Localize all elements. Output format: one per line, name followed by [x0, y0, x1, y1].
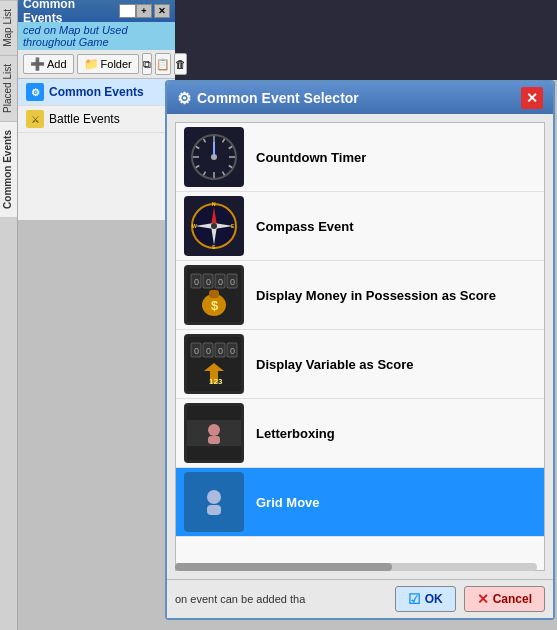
selector-dialog: ⚙ Common Event Selector ✕: [165, 80, 555, 620]
battle-events-tab-icon: ⚔: [26, 110, 44, 128]
folder-button[interactable]: 📁 Folder: [77, 54, 139, 74]
tab-common-events[interactable]: ⚙ Common Events: [18, 79, 175, 106]
vtab-placed-list[interactable]: Placed List: [0, 55, 17, 121]
selector-title-label: Common Event Selector: [197, 90, 359, 106]
tab-battle-events-label: Battle Events: [49, 112, 120, 126]
svg-point-54: [208, 424, 220, 436]
list-item-money[interactable]: 0 0 0 0 $ Display Money in Possession as…: [176, 261, 544, 330]
svg-text:0: 0: [218, 346, 223, 356]
svg-text:0: 0: [218, 277, 223, 287]
countdown-icon: [184, 127, 244, 187]
svg-rect-53: [187, 446, 241, 460]
svg-point-57: [207, 490, 221, 504]
title-bar-buttons: + ✕: [136, 4, 170, 18]
add-label: Add: [47, 58, 67, 70]
window-title: Common Events: [23, 0, 115, 25]
svg-text:$: $: [211, 298, 219, 313]
selector-close-button[interactable]: ✕: [521, 87, 543, 109]
svg-text:0: 0: [230, 346, 235, 356]
vtab-common-events[interactable]: Common Events: [0, 121, 17, 217]
ok-button[interactable]: ☑ OK: [395, 586, 456, 612]
list-item-variable[interactable]: 0 0 0 0 123 Display Variable as Score: [176, 330, 544, 399]
window-title-bar: Common Events + ✕: [18, 0, 175, 22]
selector-title-icon: ⚙: [177, 89, 191, 108]
svg-rect-52: [187, 406, 241, 420]
list-item-compass[interactable]: N S E W Compass Event: [176, 192, 544, 261]
svg-text:0: 0: [230, 277, 235, 287]
selector-list[interactable]: Countdown Timer N S E W: [175, 122, 545, 571]
tab-battle-events[interactable]: ⚔ Battle Events: [18, 106, 175, 133]
svg-text:0: 0: [194, 277, 199, 287]
money-label: Display Money in Possession as Score: [256, 288, 496, 303]
list-item-countdown[interactable]: Countdown Timer: [176, 123, 544, 192]
variable-label: Display Variable as Score: [256, 357, 414, 372]
compass-icon: N S E W: [184, 196, 244, 256]
vertical-tabs: Map List Placed List Common Events: [0, 0, 18, 630]
svg-text:123: 123: [209, 377, 223, 386]
ok-checkbox-icon: ☑: [408, 591, 421, 607]
subtitle-bar: ced on Map but Used throughout Game: [18, 22, 175, 50]
list-item-gridmove[interactable]: Grid Move: [176, 468, 544, 537]
variable-icon: 0 0 0 0 123: [184, 334, 244, 394]
delete-button[interactable]: 🗑: [174, 53, 187, 75]
compass-label: Compass Event: [256, 219, 354, 234]
letterbox-icon: [184, 403, 244, 463]
cancel-x-icon: ✕: [477, 591, 489, 607]
money-icon: 0 0 0 0 $: [184, 265, 244, 325]
nav-tabs: ⚙ Common Events ⚔ Battle Events: [18, 79, 175, 133]
ok-label: OK: [425, 592, 443, 606]
footer-text: on event can be added tha: [175, 593, 387, 605]
svg-text:0: 0: [194, 346, 199, 356]
paste-button[interactable]: 📋: [155, 53, 171, 75]
background-overlay: [175, 0, 557, 80]
folder-icon: 📁: [84, 57, 99, 71]
svg-text:0: 0: [206, 346, 211, 356]
add-button[interactable]: ➕ Add: [23, 54, 74, 74]
countdown-label: Countdown Timer: [256, 150, 366, 165]
svg-point-22: [211, 223, 217, 229]
list-item-letterbox[interactable]: Letterboxing: [176, 399, 544, 468]
add-icon: ➕: [30, 57, 45, 71]
letterbox-label: Letterboxing: [256, 426, 335, 441]
svg-text:N: N: [212, 201, 216, 207]
gridmove-icon: [184, 472, 244, 532]
subtitle-text: ced on Map but Used throughout Game: [23, 24, 128, 48]
gridmove-label: Grid Move: [256, 495, 320, 510]
cancel-button[interactable]: ✕ Cancel: [464, 586, 545, 612]
common-events-window: Common Events + ✕ ced on Map but Used th…: [18, 0, 175, 220]
title-bar-left: Common Events: [23, 0, 136, 25]
selector-title-text: ⚙ Common Event Selector: [177, 89, 359, 108]
cancel-label: Cancel: [493, 592, 532, 606]
selector-title-bar: ⚙ Common Event Selector ✕: [167, 82, 553, 114]
toolbar: ➕ Add 📁 Folder ⧉ 📋 🗑: [18, 50, 175, 79]
common-events-tab-icon: ⚙: [26, 83, 44, 101]
copy-button[interactable]: ⧉: [142, 53, 152, 75]
folder-label: Folder: [101, 58, 132, 70]
svg-text:W: W: [192, 223, 197, 229]
svg-text:0: 0: [206, 277, 211, 287]
pin-button[interactable]: +: [136, 4, 152, 18]
search-box[interactable]: [119, 4, 136, 18]
svg-rect-58: [207, 505, 221, 515]
tab-common-events-label: Common Events: [49, 85, 144, 99]
selector-footer: on event can be added tha ☑ OK ✕ Cancel: [167, 579, 553, 618]
svg-rect-37: [209, 290, 219, 298]
close-button[interactable]: ✕: [154, 4, 170, 18]
vtab-map-list[interactable]: Map List: [0, 0, 17, 55]
svg-rect-55: [208, 436, 220, 444]
